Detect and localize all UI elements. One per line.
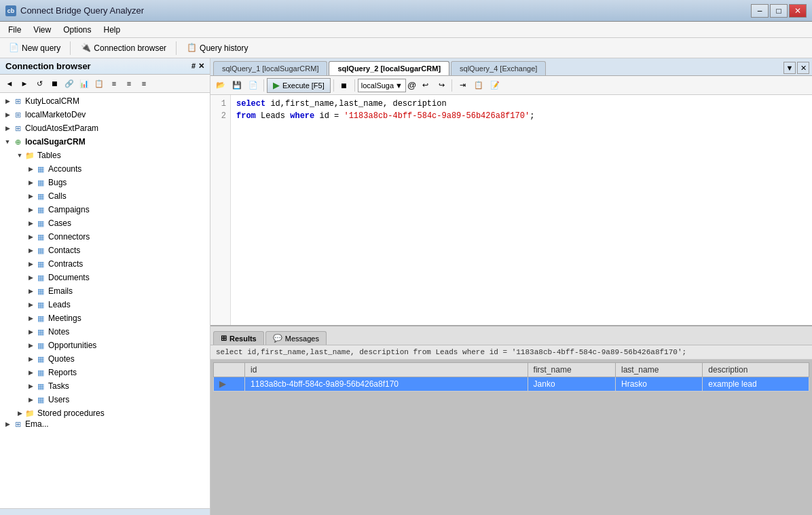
tree-item-notes[interactable]: ▶ ▦ Notes <box>0 325 210 339</box>
expander-contracts[interactable]: ▶ <box>26 259 35 269</box>
query-indent-button[interactable]: ⇥ <box>455 78 470 93</box>
tree-btn8[interactable]: ≡ <box>107 77 121 90</box>
menu-view[interactable]: View <box>28 24 56 36</box>
tree-item-tables[interactable]: ▼ 📁 Tables <box>0 149 210 162</box>
tree-item-connectors[interactable]: ▶ ▦ Connectors <box>0 230 210 244</box>
query-copy-button[interactable]: 📄 <box>246 78 261 93</box>
left-panel-hscrollbar[interactable] <box>0 508 210 515</box>
panel-close-button[interactable]: ✕ <box>198 62 204 71</box>
tree-btn5[interactable]: 🔗 <box>62 77 76 90</box>
expander-connectors[interactable]: ▶ <box>26 232 35 242</box>
expander-quotes[interactable]: ▶ <box>26 354 35 364</box>
tree-item-storedprocs[interactable]: ▶ 📁 Stored procedures <box>0 406 210 420</box>
expander-documents[interactable]: ▶ <box>26 273 35 282</box>
query-format-button[interactable]: 📋 <box>471 78 486 93</box>
panel-pin-button[interactable]: # <box>191 62 196 71</box>
code-area[interactable]: select id,first_name,last_name, descript… <box>231 95 812 325</box>
tree-item-cloudatos[interactable]: ▶ ⊞ CloudAtosExtParam <box>0 121 210 135</box>
minimize-button[interactable]: – <box>751 4 769 18</box>
expander-leads[interactable]: ▶ <box>26 300 35 309</box>
query-open-button[interactable]: 📂 <box>213 78 228 93</box>
col-description[interactable]: description <box>703 363 809 377</box>
col-id[interactable]: id <box>245 363 528 377</box>
expander-tables[interactable]: ▼ <box>15 151 24 160</box>
maximize-button[interactable]: □ <box>770 4 788 18</box>
execute-button[interactable]: ▶ Execute [F5] <box>267 78 331 93</box>
col-lastname[interactable]: last_name <box>616 363 703 377</box>
tree-item-meetings[interactable]: ▶ ▦ Meetings <box>0 311 210 325</box>
expander-bugs[interactable]: ▶ <box>26 178 35 187</box>
tree-stop-button[interactable]: ⏹ <box>48 77 61 90</box>
expander-opportunities[interactable]: ▶ <box>26 341 35 350</box>
connection-browser-button[interactable]: 🔌 Connection browser <box>76 41 170 55</box>
expander-more[interactable]: ▶ <box>3 420 12 428</box>
query-stop-button[interactable]: ⏹ <box>337 78 352 93</box>
tree-view[interactable]: ▶ ⊞ KutyLocalCRM ▶ ⊞ localMarketoDev ▶ ⊞… <box>0 93 210 508</box>
tree-item-users[interactable]: ▶ ▦ Users <box>0 393 210 406</box>
expander-cloudatos[interactable]: ▶ <box>3 123 12 133</box>
tree-item-campaigns[interactable]: ▶ ▦ Campaigns <box>0 203 210 216</box>
tree-item-more[interactable]: ▶ ⊞ Ema... <box>0 420 210 428</box>
expander-accounts[interactable]: ▶ <box>26 164 35 174</box>
tree-item-documents[interactable]: ▶ ▦ Documents <box>0 271 210 284</box>
tree-item-cases[interactable]: ▶ ▦ Cases <box>0 216 210 230</box>
expander-storedprocs[interactable]: ▶ <box>15 408 24 418</box>
connection-dropdown[interactable]: localSuga ▼ <box>358 79 406 92</box>
tree-item-kutylocal[interactable]: ▶ ⊞ KutyLocalCRM <box>0 94 210 108</box>
expander-reports[interactable]: ▶ <box>26 368 35 377</box>
tab-close-button[interactable]: ✕ <box>797 62 809 74</box>
expander-contacts[interactable]: ▶ <box>26 246 35 255</box>
close-button[interactable]: ✕ <box>789 4 807 18</box>
tree-item-accounts[interactable]: ▶ ▦ Accounts <box>0 162 210 176</box>
tree-item-localsugar[interactable]: ▼ ⊕ localSugarCRM <box>0 135 210 149</box>
table-row[interactable]: ▶ 1183a8cb-4bff-584c-9a89-56b426a8f170 J… <box>214 377 809 392</box>
tree-item-bugs[interactable]: ▶ ▦ Bugs <box>0 176 210 189</box>
sql-editor[interactable]: 1 2 select id,first_name,last_name, desc… <box>210 95 812 325</box>
query-save-button[interactable]: 💾 <box>229 78 244 93</box>
menu-options[interactable]: Options <box>58 24 96 36</box>
tree-btn7[interactable]: 📋 <box>92 77 106 90</box>
tree-forward-button[interactable]: ► <box>18 77 31 90</box>
tab-sqlquery2[interactable]: sqlQuery_2 [localSugarCRM] <box>329 61 449 75</box>
expander-notes[interactable]: ▶ <box>26 327 35 337</box>
tree-item-reports[interactable]: ▶ ▦ Reports <box>0 366 210 379</box>
tree-item-opportunities[interactable]: ▶ ▦ Opportunities <box>0 339 210 352</box>
tree-item-contacts[interactable]: ▶ ▦ Contacts <box>0 244 210 257</box>
tab-sqlquery1[interactable]: sqlQuery_1 [localSugarCRM] <box>213 61 327 75</box>
tree-item-quotes[interactable]: ▶ ▦ Quotes <box>0 352 210 366</box>
tree-btn9[interactable]: ≡ <box>122 77 136 90</box>
query-btn9[interactable]: ↪ <box>434 78 449 93</box>
expander-emails[interactable]: ▶ <box>26 286 35 296</box>
expander-tasks[interactable]: ▶ <box>26 381 35 391</box>
tree-item-tasks[interactable]: ▶ ▦ Tasks <box>0 379 210 393</box>
expander-cases[interactable]: ▶ <box>26 218 35 228</box>
tree-refresh-button[interactable]: ↺ <box>33 77 46 90</box>
tab-dropdown-button[interactable]: ▼ <box>783 62 796 74</box>
menu-help[interactable]: Help <box>98 24 126 36</box>
results-tab-results[interactable]: ⊞ Results <box>213 331 264 345</box>
tree-item-contracts[interactable]: ▶ ▦ Contracts <box>0 257 210 271</box>
tree-btn6[interactable]: 📊 <box>77 77 91 90</box>
menu-file[interactable]: File <box>3 24 26 36</box>
results-tab-messages[interactable]: 💬 Messages <box>265 331 327 345</box>
tree-item-calls[interactable]: ▶ ▦ Calls <box>0 189 210 203</box>
expander-localsugar[interactable]: ▼ <box>3 137 12 147</box>
col-firstname[interactable]: first_name <box>528 363 615 377</box>
results-table-container[interactable]: id first_name last_name description ▶ 11… <box>210 360 812 515</box>
tree-back-button[interactable]: ◄ <box>3 77 16 90</box>
query-history-button[interactable]: 📋 Query history <box>182 41 252 55</box>
tree-item-leads[interactable]: ▶ ▦ Leads <box>0 298 210 311</box>
expander-calls[interactable]: ▶ <box>26 191 35 201</box>
expander-meetings[interactable]: ▶ <box>26 313 35 323</box>
tree-item-emails[interactable]: ▶ ▦ Emails <box>0 284 210 298</box>
expander-localmarketo[interactable]: ▶ <box>3 110 12 119</box>
expander-kutylocal[interactable]: ▶ <box>3 96 12 106</box>
tree-item-localmarketo[interactable]: ▶ ⊞ localMarketoDev <box>0 108 210 121</box>
query-comment-button[interactable]: 📝 <box>487 78 502 93</box>
query-btn8[interactable]: ↩ <box>418 78 432 93</box>
expander-users[interactable]: ▶ <box>26 395 35 404</box>
expander-campaigns[interactable]: ▶ <box>26 205 35 214</box>
new-query-button[interactable]: 📄 New query <box>4 41 64 55</box>
tree-btn10[interactable]: ≡ <box>137 77 151 90</box>
tab-sqlquery4[interactable]: sqlQuery_4 [Exchange] <box>451 61 546 75</box>
